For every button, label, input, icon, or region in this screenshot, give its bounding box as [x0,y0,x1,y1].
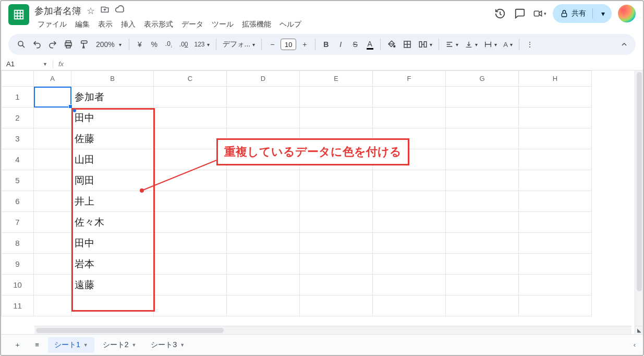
cell-A2[interactable] [34,108,71,128]
halign-icon[interactable] [443,37,460,52]
sheet-tab-2[interactable]: シート2▼ [96,337,143,353]
all-sheets-icon[interactable]: ≡ [28,337,46,353]
col-header-B[interactable]: B [71,71,154,87]
font-select[interactable]: デフォ... [221,37,258,52]
menu-file[interactable]: ファイル [34,18,70,31]
scroll-tabs-left-icon[interactable]: ‹ [634,341,636,349]
cell-B11[interactable] [71,295,154,316]
add-sheet-icon[interactable]: ＋ [8,337,26,353]
col-header-G[interactable]: G [446,71,519,87]
cell-B10[interactable]: 遠藤 [71,275,154,295]
cell-A3[interactable] [34,128,71,149]
cell-D1[interactable] [227,87,300,108]
menu-format[interactable]: 表示形式 [141,18,176,31]
row-header-4[interactable]: 4 [2,149,34,170]
sheet-tab-1-menu-icon[interactable]: ▼ [83,342,88,348]
cell-B6[interactable]: 井上 [71,191,154,212]
meet-icon[interactable]: ▾ [533,7,546,20]
italic-icon[interactable]: I [334,37,347,52]
currency-icon[interactable]: ¥ [133,37,146,52]
cell-A9[interactable] [34,254,71,275]
name-box-dropdown-icon[interactable]: ▼ [43,62,47,67]
undo-icon[interactable] [30,37,44,52]
sheet-tab-3[interactable]: シート3▼ [144,337,191,353]
share-dropdown-icon[interactable]: ▾ [597,9,609,18]
cell-B4[interactable]: 山田 [71,149,154,170]
merge-icon[interactable] [416,37,434,52]
bold-icon[interactable]: B [320,37,332,52]
sheet-tab-3-menu-icon[interactable]: ▼ [180,342,185,348]
spreadsheet-grid[interactable]: A B C D E F G H 1 参加者 2田中 3佐藤 4山田 5岡田 6井… [1,70,643,334]
row-header-9[interactable]: 9 [2,254,34,275]
menu-view[interactable]: 表示 [95,18,116,31]
font-size-input[interactable]: 10 [281,39,296,50]
sheet-tab-2-menu-icon[interactable]: ▼ [132,342,137,348]
search-icon[interactable] [15,37,28,52]
vertical-scrollbar[interactable] [635,70,643,326]
cell-B3[interactable]: 佐藤 [71,128,154,149]
cloud-status-icon[interactable] [115,4,125,17]
cell-A7[interactable] [34,212,71,233]
redo-icon[interactable] [46,37,59,52]
sheets-logo[interactable] [8,4,29,25]
row-header-1[interactable]: 1 [2,87,34,108]
menu-edit[interactable]: 編集 [72,18,93,31]
col-header-C[interactable]: C [154,71,227,87]
cell-A11[interactable] [34,295,71,316]
menu-ext[interactable]: 拡張機能 [239,18,274,31]
increase-decimal-icon[interactable]: .00 [177,37,190,52]
horizontal-scrollbar[interactable] [34,326,631,334]
row-header-8[interactable]: 8 [2,233,34,254]
explore-icon[interactable]: ◣ [635,326,643,334]
cell-H1[interactable] [519,87,592,108]
col-header-H[interactable]: H [519,71,592,87]
cell-G1[interactable] [446,87,519,108]
comment-icon[interactable] [513,7,527,20]
cell-A10[interactable] [34,275,71,295]
decrease-font-icon[interactable]: − [266,37,278,52]
strike-icon[interactable]: S [349,37,361,52]
cell-A4[interactable] [34,149,71,170]
menu-tools[interactable]: ツール [209,18,237,31]
zoom-select[interactable]: 200% [93,37,125,52]
star-icon[interactable]: ☆ [87,5,95,17]
menu-insert[interactable]: 挿入 [118,18,139,31]
cell-A1[interactable] [34,87,71,108]
row-header-5[interactable]: 5 [2,170,34,191]
move-icon[interactable] [100,5,110,17]
cell-B1[interactable]: 参加者 [71,87,154,108]
cell-A6[interactable] [34,191,71,212]
collapse-toolbar-icon[interactable] [618,37,630,52]
print-icon[interactable] [62,37,75,52]
cell-A8[interactable] [34,233,71,254]
doc-title[interactable]: 参加者名簿 [34,5,81,17]
cell-A5[interactable] [34,170,71,191]
more-icon[interactable]: ⋮ [524,37,536,52]
row-header-10[interactable]: 10 [2,275,34,295]
account-avatar[interactable] [618,5,636,22]
number-format-icon[interactable]: 123 [192,37,212,52]
valign-icon[interactable] [463,37,480,52]
row-header-7[interactable]: 7 [2,212,34,233]
row-header-3[interactable]: 3 [2,128,34,149]
cell-B7[interactable]: 佐々木 [71,212,154,233]
name-box[interactable]: A1 ▼ [1,60,53,68]
borders-icon[interactable] [400,37,414,52]
cell-F1[interactable] [373,87,446,108]
increase-font-icon[interactable]: + [298,37,311,52]
col-header-F[interactable]: F [373,71,446,87]
cell-B9[interactable]: 岩本 [71,254,154,275]
col-header-E[interactable]: E [300,71,373,87]
history-icon[interactable] [493,7,507,20]
menu-data[interactable]: データ [178,18,206,31]
cell-B2[interactable]: 田中 [71,108,154,128]
text-color-icon[interactable]: A [363,37,376,52]
row-header-11[interactable]: 11 [2,295,34,316]
select-all-corner[interactable] [2,71,34,87]
row-header-2[interactable]: 2 [2,108,34,128]
col-header-A[interactable]: A [34,71,71,87]
cell-C1[interactable] [154,87,227,108]
cell-B8[interactable]: 田中 [71,233,154,254]
decrease-decimal-icon[interactable]: .0↓ [163,37,175,52]
col-header-D[interactable]: D [227,71,300,87]
